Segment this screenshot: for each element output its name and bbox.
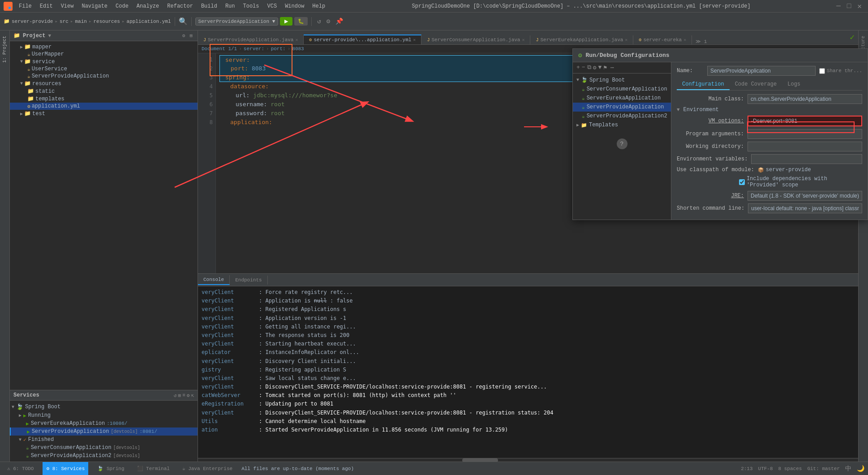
status-terminal[interactable]: ⬛ Terminal (133, 462, 173, 475)
tree-item-resources[interactable]: ▼ 📁 resources (10, 80, 198, 87)
menu-build[interactable]: Build (198, 2, 221, 10)
tree-item-templates[interactable]: 📁 templates (10, 95, 198, 103)
svc-provide[interactable]: ▶ ServerProvideApplication [devtools] :8… (10, 428, 198, 436)
form-input-shorten[interactable] (748, 203, 862, 213)
dialog-remove-icon[interactable]: − (582, 64, 585, 71)
dialog-settings-icon[interactable]: ⚙ (593, 64, 597, 71)
panel-layout-icon[interactable]: ⊞ (188, 32, 194, 39)
dialog-more-icon[interactable]: ⋯ (610, 64, 614, 71)
dialog-tab-logs[interactable]: Logs (782, 79, 806, 90)
project-tab[interactable]: 1: Project (1, 32, 8, 66)
dialog-copy-icon[interactable]: ⧉ (587, 64, 591, 71)
dialog-chevron-icon[interactable]: ▼ (598, 64, 602, 71)
help-button[interactable]: ? (617, 138, 627, 149)
tab-close-2[interactable]: ✕ (522, 37, 524, 43)
tab-close-4[interactable]: ✕ (683, 37, 686, 43)
more-tabs-icon[interactable]: ≫ 1 (692, 39, 710, 44)
menu-refactor[interactable]: Refactor (163, 2, 197, 10)
tree-item-static[interactable]: 📁 static (10, 87, 198, 95)
form-input-workingdir[interactable] (748, 142, 862, 151)
tab-close-3[interactable]: ✕ (625, 37, 627, 43)
dialog-tab-coverage[interactable]: Code Coverage (730, 79, 782, 90)
tab-eureka[interactable]: ⚙ server-eureka ✕ (633, 35, 692, 44)
close-btn[interactable]: ✕ (855, 2, 864, 11)
panel-gear-icon[interactable]: ⚙ (181, 32, 187, 39)
dialog-flag-icon[interactable]: ⚑ (603, 64, 607, 71)
tree-item-application-yml[interactable]: ⚙ application.yml (10, 103, 198, 110)
maximize-btn[interactable]: □ (844, 2, 854, 10)
menu-window[interactable]: Window (281, 2, 308, 10)
tab-application-yml[interactable]: ⚙ server-provide\...application.yml ✕ (304, 35, 421, 44)
dialog-tree-eureka[interactable]: ☕ ServerEurekaApplication (573, 94, 671, 103)
form-input-vmoptions[interactable] (748, 116, 862, 126)
tree-item-mapper[interactable]: ▶ 📁 mapper (10, 43, 198, 51)
form-input-jre[interactable] (748, 191, 862, 201)
tab-close-1[interactable]: ✕ (413, 37, 416, 43)
tree-item-userservice[interactable]: ☕ UserService (10, 65, 198, 73)
menu-help[interactable]: Help (309, 2, 329, 10)
menu-vcs[interactable]: VCS (264, 2, 281, 10)
form-input-progargs[interactable] (748, 129, 862, 139)
project-dropdown-icon[interactable]: ▼ (48, 33, 51, 39)
svc-finished-group[interactable]: ▼ ✓ Finished (10, 436, 198, 444)
menu-analyze[interactable]: Analyze (133, 2, 163, 10)
form-input-mainclass[interactable] (748, 94, 862, 104)
menu-file[interactable]: File (15, 2, 35, 10)
run-config-dropdown[interactable]: ServerProvideApplication ▼ (195, 17, 279, 26)
svc-springboot[interactable]: ▼ 🍃 Spring Boot (10, 402, 198, 411)
svc-group-icon[interactable]: ⊞ (178, 393, 181, 398)
menu-edit[interactable]: Edit (36, 2, 56, 10)
dialog-add-icon[interactable]: + (576, 64, 580, 71)
console-scrollbar[interactable] (198, 458, 858, 462)
menu-tools[interactable]: Tools (240, 2, 263, 10)
svg-rect-1 (9, 4, 11, 6)
console-tab-console[interactable]: Console (198, 275, 230, 285)
search-everywhere-icon[interactable]: 🔍 (179, 17, 188, 26)
update-icon[interactable]: ↺ (315, 17, 322, 25)
svc-eureka[interactable]: ▶ ServerEurekaApplication :10086/ (10, 419, 198, 428)
pin-icon[interactable]: 📌 (334, 17, 345, 25)
menu-navigate[interactable]: Navigate (78, 2, 111, 10)
linenum-6: 6 (198, 100, 213, 109)
svc-filter-icon[interactable]: ≡ (182, 393, 185, 398)
minimize-btn[interactable]: ─ (834, 2, 843, 10)
status-todo[interactable]: ⚠ 6: TODO (4, 462, 37, 475)
tree-item-serverprovide[interactable]: ☕ ServerProvideApplication (10, 73, 198, 80)
dialog-tree-provide[interactable]: ☕ ServerProvideApplication (573, 103, 671, 112)
tab-serverconsumer-java[interactable]: J ServerConsumerApplication.java ✕ (421, 35, 530, 44)
svc-refresh-icon[interactable]: ↺ (174, 393, 177, 398)
tab-servereureka-java[interactable]: J ServerEurekaApplication.java ✕ (530, 35, 633, 44)
status-services[interactable]: ⚙ 8: Services (43, 462, 88, 475)
include-deps-checkbox[interactable] (739, 179, 745, 185)
status-spring[interactable]: 🍃 Spring (94, 462, 128, 475)
linenum-8: 8 (198, 118, 213, 127)
tree-item-test[interactable]: ▶ 📁 test (10, 110, 198, 117)
console-tab-endpoints[interactable]: Endpoints (230, 276, 267, 285)
status-moon-icon: 🌙 (857, 465, 864, 472)
svc-consumer[interactable]: ☕ ServerConsumerApplication [devtools] (10, 444, 198, 452)
menu-run[interactable]: Run (222, 2, 239, 10)
menu-view[interactable]: View (57, 2, 77, 10)
svc-settings-icon[interactable]: ⚙ (187, 393, 190, 398)
form-input-envvars[interactable] (751, 154, 862, 164)
dialog-tree-consumer[interactable]: ☕ ServerConsumerApplication (573, 85, 671, 94)
dialog-tab-config[interactable]: Configuration (677, 79, 730, 90)
svc-running-group[interactable]: ▶ ▶ Running (10, 411, 198, 419)
tree-item-service[interactable]: ▼ 📁 service (10, 58, 198, 65)
dialog-tree-templates[interactable]: ▶ 📁 Templates (573, 121, 671, 130)
dialog-name-input[interactable] (707, 66, 816, 76)
dialog-tree-springboot[interactable]: ▼ 🍃 Spring Boot (573, 75, 671, 85)
status-javaee[interactable]: ☕ Java Enterprise (179, 462, 236, 475)
svc-provide2[interactable]: ☕ ServerProvideApplication2 [devtools] (10, 452, 198, 460)
tree-item-usermapper[interactable]: ☕ UserMapper (10, 51, 198, 58)
tab-close-0[interactable]: ✕ (295, 37, 298, 43)
debug-button[interactable]: 🐛 (294, 17, 308, 26)
run-button[interactable]: ▶ (280, 17, 292, 26)
settings-icon[interactable]: ⚙ (325, 17, 332, 25)
svc-expand-icon[interactable]: ⇱ (191, 393, 194, 398)
expand-env-icon[interactable]: ▼ (677, 107, 680, 112)
menu-code[interactable]: Code (112, 2, 132, 10)
tab-serverprovide-java[interactable]: J ServerProvideApplication.java ✕ (198, 35, 304, 44)
dialog-tree-provide2[interactable]: ☕ ServerProvideApplication2 (573, 112, 671, 121)
dialog-share-checkbox[interactable] (819, 68, 825, 74)
